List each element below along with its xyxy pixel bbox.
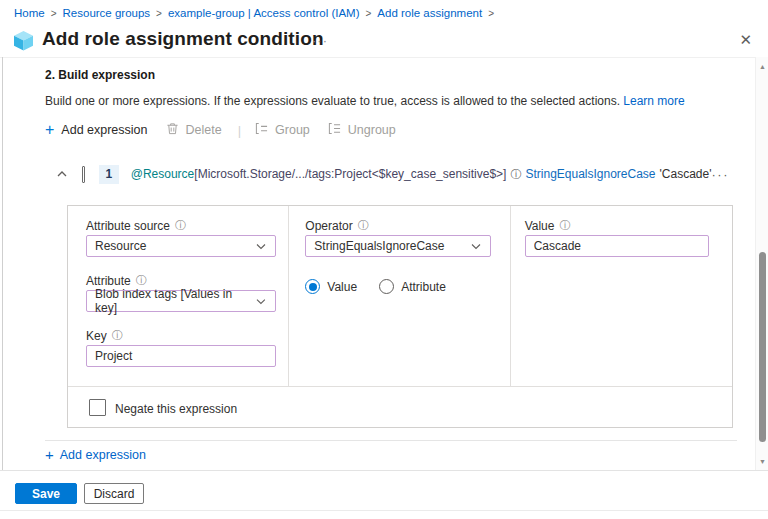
column-attribute: Attribute source ⓘ Resource Attribute ⓘ … [68, 206, 289, 386]
footer-divider [0, 470, 768, 471]
key-label: Key ⓘ [86, 328, 123, 343]
delete-button[interactable]: Delete [166, 122, 222, 138]
value-input[interactable] [525, 235, 709, 257]
key-input[interactable] [86, 345, 276, 367]
radio-value[interactable]: Value [305, 279, 357, 294]
save-button[interactable]: Save [15, 483, 77, 504]
attribute-label: Attribute ⓘ [86, 273, 147, 288]
group-button[interactable]: Group [255, 122, 310, 138]
chevron-down-icon [255, 295, 267, 307]
toolbar-separator: | [238, 123, 241, 138]
scrollbar-thumb[interactable] [759, 252, 766, 442]
chevron-down-icon [255, 240, 267, 252]
add-role-assignment-condition-blade: Home > Resource groups > example-group |… [0, 0, 768, 519]
breadcrumb-separator: > [365, 8, 371, 19]
expression-source: @Resource[Microsoft.Storage/.../tags:Pro… [131, 167, 507, 181]
description-text: Build one or more expressions. If the ex… [45, 94, 620, 108]
expression-more-icon[interactable]: ··· [712, 167, 730, 182]
collapse-chevron-icon[interactable] [56, 168, 68, 180]
info-icon[interactable]: ⓘ [510, 167, 521, 182]
info-icon[interactable]: ⓘ [112, 328, 123, 343]
radio-attribute[interactable]: Attribute [379, 279, 446, 294]
condition-cube-icon [13, 30, 34, 51]
ungroup-icon [328, 122, 341, 138]
breadcrumb-resource-groups[interactable]: Resource groups [63, 7, 151, 19]
bottom-edge-line [0, 510, 768, 511]
trash-icon [166, 122, 179, 138]
scroll-up-icon[interactable]: ▲ [756, 60, 768, 72]
vertical-scrollbar[interactable]: ▲ ▼ [755, 57, 768, 470]
negate-label: Negate this expression [115, 402, 237, 416]
radio-ring [305, 279, 320, 294]
editor-columns: Attribute source ⓘ Resource Attribute ⓘ … [68, 206, 732, 386]
expression-index-badge: 1 [99, 165, 119, 184]
page-title: Add role assignment condition [42, 28, 324, 50]
info-icon[interactable]: ⓘ [136, 273, 147, 288]
attribute-dropdown[interactable]: Blob index tags [Values in key] [86, 290, 276, 312]
breadcrumb-home[interactable]: Home [14, 7, 45, 19]
value-type-radio-group: Value Attribute [305, 279, 446, 294]
value-label: Value ⓘ [525, 218, 571, 233]
expression-summary: @Resource[Microsoft.Storage/.../tags:Pro… [131, 167, 712, 182]
close-icon[interactable]: ✕ [739, 31, 752, 49]
radio-ring [379, 279, 394, 294]
breadcrumb-separator: > [488, 8, 494, 19]
negate-checkbox[interactable] [89, 399, 106, 416]
expression-row: 1 @Resource[Microsoft.Storage/.../tags:P… [45, 161, 737, 187]
attribute-source-label: Attribute source ⓘ [86, 218, 186, 233]
breadcrumb-separator: > [156, 8, 162, 19]
more-options-icon[interactable]: ··· [312, 33, 328, 48]
expression-editor-panel: Attribute source ⓘ Resource Attribute ⓘ … [67, 205, 733, 428]
info-icon[interactable]: ⓘ [175, 218, 186, 233]
info-icon[interactable]: ⓘ [559, 218, 570, 233]
breadcrumb-example-group-iam[interactable]: example-group | Access control (IAM) [168, 7, 360, 19]
expression-toolbar: + Add expression Delete | Group [45, 120, 396, 140]
discard-button[interactable]: Discard [84, 483, 144, 504]
chevron-down-icon [470, 240, 482, 252]
column-value: Value ⓘ [511, 206, 732, 386]
scroll-down-icon[interactable]: ▼ [756, 455, 768, 467]
build-expression-heading: 2. Build expression [45, 68, 155, 82]
add-expression-button[interactable]: + Add expression [45, 123, 148, 137]
learn-more-link[interactable]: Learn more [623, 94, 684, 108]
header-divider [0, 57, 768, 58]
operator-dropdown[interactable]: StringEqualsIgnoreCase [305, 235, 491, 257]
build-expression-description: Build one or more expressions. If the ex… [45, 94, 685, 108]
expression-value: 'Cascade' [660, 167, 712, 181]
group-icon [255, 122, 268, 138]
breadcrumb: Home > Resource groups > example-group |… [14, 7, 494, 19]
add-expression-link[interactable]: + Add expression [45, 448, 146, 462]
attribute-source-dropdown[interactable]: Resource [86, 235, 276, 257]
expression-operator: StringEqualsIgnoreCase [525, 167, 655, 181]
plus-icon: + [45, 124, 54, 136]
plus-icon: + [45, 449, 54, 461]
expression-checkbox[interactable] [82, 166, 85, 183]
ungroup-button[interactable]: Ungroup [328, 122, 396, 138]
negate-row: Negate this expression [68, 386, 732, 428]
breadcrumb-add-role-assignment[interactable]: Add role assignment [377, 7, 482, 19]
column-operator: Operator ⓘ StringEqualsIgnoreCase Value … [289, 206, 510, 386]
breadcrumb-separator: > [51, 8, 57, 19]
expression-list-divider [45, 440, 737, 441]
blade-left-edge [2, 57, 3, 470]
operator-label: Operator ⓘ [305, 218, 368, 233]
info-icon[interactable]: ⓘ [358, 218, 369, 233]
